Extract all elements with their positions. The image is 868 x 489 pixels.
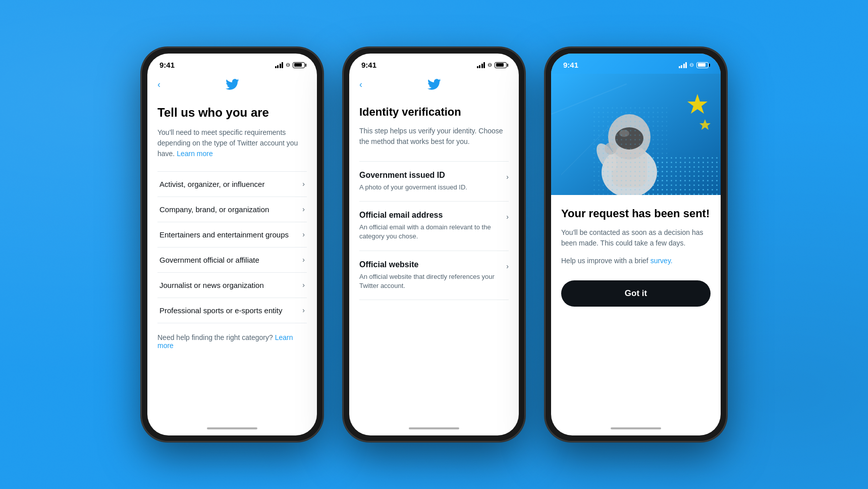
got-it-button[interactable]: Got it — [561, 280, 711, 307]
status-time-2: 9:41 — [361, 61, 376, 69]
home-indicator-3 — [551, 421, 721, 435]
status-icons-2: ⊖ — [477, 62, 507, 68]
screen-2-title: Identity verification — [359, 106, 509, 119]
battery-icon-3 — [696, 62, 709, 68]
verify-option-id[interactable]: Government issued ID A photo of your gov… — [359, 161, 509, 202]
chevron-right-icon: › — [302, 180, 305, 188]
home-indicator-1 — [147, 421, 317, 435]
screen-1-content: Tell us who you are You'll need to meet … — [147, 95, 317, 421]
phone-3-screen: 9:41 ⊖ — [551, 54, 721, 435]
wifi-icon-2: ⊖ — [487, 62, 492, 68]
status-bar-2: 9:41 ⊖ — [349, 54, 519, 73]
status-bar-1: 9:41 ⊖ — [147, 54, 317, 73]
list-item[interactable]: Activist, organizer, or influencer › — [157, 172, 307, 197]
screen-1-desc: You'll need to meet specific requirement… — [157, 127, 307, 159]
list-item[interactable]: Professional sports or e-sports entity › — [157, 298, 307, 323]
nav-bar-2: ‹ — [349, 73, 519, 95]
chevron-right-icon: › — [506, 213, 509, 221]
signal-icon-1 — [275, 62, 284, 68]
phone-2: 9:41 ⊖ ‹ Identity ve — [343, 47, 525, 442]
screen-3-content: Your request has been sent! You'll be co… — [551, 195, 721, 421]
phone-1: 9:41 ⊖ ‹ Tell us who — [141, 47, 323, 442]
help-text: Need help finding the right category? Le… — [157, 333, 307, 350]
screen-2-content: Identity verification This step helps us… — [349, 95, 519, 421]
status-time-3: 9:41 — [563, 61, 578, 69]
status-bar-3: 9:41 ⊖ — [551, 54, 721, 73]
status-icons-3: ⊖ — [679, 62, 709, 68]
back-button-1[interactable]: ‹ — [157, 79, 160, 90]
chevron-right-icon: › — [506, 262, 509, 270]
list-item[interactable]: Journalist or news organization › — [157, 273, 307, 298]
home-indicator-2 — [349, 421, 519, 435]
screen-1-title: Tell us who you are — [157, 106, 307, 120]
verify-option-id-title: Government issued ID — [359, 171, 501, 180]
verify-option-website-title: Official website — [359, 260, 501, 269]
screen-2-desc: This step helps us verify your identity.… — [359, 126, 509, 147]
hero-illustration — [551, 74, 721, 195]
screen-3-survey: Help us improve with a brief survey. — [561, 256, 711, 266]
chevron-right-icon: › — [302, 256, 305, 264]
verify-option-email-title: Official email address — [359, 211, 501, 220]
chevron-right-icon: › — [506, 173, 509, 181]
nav-bar-1: ‹ — [147, 73, 317, 95]
learn-more-link-1[interactable]: Learn more — [177, 150, 213, 158]
twitter-logo-2 — [427, 77, 441, 91]
verify-option-email[interactable]: Official email address An official email… — [359, 202, 509, 251]
screen-3-title: Your request has been sent! — [561, 207, 711, 220]
hero-image: 9:41 ⊖ — [551, 54, 721, 195]
signal-icon-3 — [679, 62, 687, 68]
chevron-right-icon: › — [302, 230, 305, 238]
survey-link[interactable]: survey. — [650, 257, 673, 265]
list-item[interactable]: Government official or affiliate › — [157, 248, 307, 273]
chevron-right-icon: › — [302, 306, 305, 314]
wifi-icon-1: ⊖ — [286, 62, 290, 68]
verify-option-id-desc: A photo of your goverment issued ID. — [359, 183, 501, 192]
phone-2-screen: 9:41 ⊖ ‹ Identity ve — [349, 54, 519, 435]
status-time-1: 9:41 — [159, 61, 175, 69]
verify-option-email-desc: An official email with a domain relevant… — [359, 223, 501, 241]
battery-icon-1 — [293, 62, 305, 68]
battery-icon-2 — [495, 62, 507, 68]
signal-icon-2 — [477, 62, 485, 68]
category-list: Activist, organizer, or influencer › Com… — [157, 171, 307, 323]
wifi-icon-3: ⊖ — [689, 62, 694, 68]
status-icons-1: ⊖ — [275, 62, 305, 68]
chevron-right-icon: › — [302, 281, 305, 289]
verify-option-website[interactable]: Official website An official website tha… — [359, 251, 509, 300]
phone-1-screen: 9:41 ⊖ ‹ Tell us who — [147, 54, 317, 435]
phone-3: 9:41 ⊖ — [545, 47, 727, 442]
twitter-logo-1 — [225, 77, 239, 91]
screen-3-desc: You'll be contacted as soon as a decisio… — [561, 227, 711, 249]
list-item[interactable]: Entertainers and entertainment groups › — [157, 222, 307, 248]
back-button-2[interactable]: ‹ — [359, 79, 362, 90]
chevron-right-icon: › — [302, 205, 305, 213]
verify-option-website-desc: An official website that directly refere… — [359, 272, 501, 290]
list-item[interactable]: Company, brand, or organization › — [157, 197, 307, 222]
svg-rect-14 — [591, 104, 667, 195]
